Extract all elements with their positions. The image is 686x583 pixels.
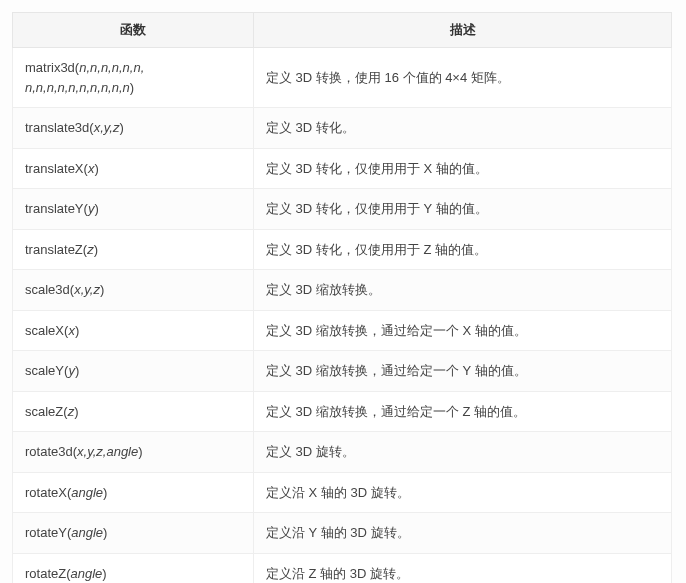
function-cell: translateZ(z) [13,229,254,270]
function-params: x,y,z [74,282,100,297]
function-name: scaleX [25,323,64,338]
table-row: scaleZ(z)定义 3D 缩放转换，通过给定一个 Z 轴的值。 [13,391,672,432]
function-params: z [68,404,75,419]
table-row: scale3d(x,y,z)定义 3D 缩放转换。 [13,270,672,311]
function-cell: scale3d(x,y,z) [13,270,254,311]
description-cell: 定义沿 Y 轴的 3D 旋转。 [254,513,672,554]
description-cell: 定义 3D 转换，使用 16 个值的 4×4 矩阵。 [254,48,672,108]
function-cell: rotateY(angle) [13,513,254,554]
function-params: angle [71,485,103,500]
table-row: rotateY(angle)定义沿 Y 轴的 3D 旋转。 [13,513,672,554]
table-row: translateX(x)定义 3D 转化，仅使用用于 X 轴的值。 [13,148,672,189]
function-cell: scaleZ(z) [13,391,254,432]
description-cell: 定义 3D 缩放转换。 [254,270,672,311]
function-cell: scaleX(x) [13,310,254,351]
table-row: translateY(y)定义 3D 转化，仅使用用于 Y 轴的值。 [13,189,672,230]
description-cell: 定义 3D 缩放转换，通过给定一个 Y 轴的值。 [254,351,672,392]
table-header-row: 函数 描述 [13,13,672,48]
function-params: x [68,323,75,338]
function-name: scaleY [25,363,64,378]
description-cell: 定义 3D 旋转。 [254,432,672,473]
header-function: 函数 [13,13,254,48]
function-params: y [68,363,75,378]
table-row: scaleX(x)定义 3D 缩放转换，通过给定一个 X 轴的值。 [13,310,672,351]
function-name: rotateZ [25,566,66,581]
table-row: rotateZ(angle)定义沿 Z 轴的 3D 旋转。 [13,553,672,583]
function-params: z [87,242,94,257]
function-params: x,y,z [94,120,120,135]
function-name: rotate3d [25,444,73,459]
function-cell: translate3d(x,y,z) [13,108,254,149]
function-cell: matrix3d(n,n,n,n,n,n, n,n,n,n,n,n,n,n,n,… [13,48,254,108]
function-name: translateX [25,161,84,176]
function-cell: rotate3d(x,y,z,angle) [13,432,254,473]
function-cell: translateY(y) [13,189,254,230]
function-params: y [88,201,95,216]
description-cell: 定义 3D 缩放转换，通过给定一个 X 轴的值。 [254,310,672,351]
css3-3d-transform-table: 函数 描述 matrix3d(n,n,n,n,n,n, n,n,n,n,n,n,… [12,12,672,583]
function-cell: translateX(x) [13,148,254,189]
function-name: scale3d [25,282,70,297]
function-name: translateZ [25,242,83,257]
table-row: rotateX(angle)定义沿 X 轴的 3D 旋转。 [13,472,672,513]
function-name: matrix3d [25,60,75,75]
function-params: angle [71,525,103,540]
description-cell: 定义 3D 转化，仅使用用于 Y 轴的值。 [254,189,672,230]
function-params: x [88,161,95,176]
function-name: translate3d [25,120,89,135]
function-name: scaleZ [25,404,63,419]
function-name: rotateY [25,525,67,540]
description-cell: 定义 3D 转化，仅使用用于 Z 轴的值。 [254,229,672,270]
table-row: translate3d(x,y,z)定义 3D 转化。 [13,108,672,149]
function-name: rotateX [25,485,67,500]
function-cell: rotateZ(angle) [13,553,254,583]
table-row: rotate3d(x,y,z,angle)定义 3D 旋转。 [13,432,672,473]
description-cell: 定义 3D 转化。 [254,108,672,149]
header-description: 描述 [254,13,672,48]
function-cell: scaleY(y) [13,351,254,392]
function-params: angle [71,566,103,581]
table-row: translateZ(z)定义 3D 转化，仅使用用于 Z 轴的值。 [13,229,672,270]
description-cell: 定义沿 Z 轴的 3D 旋转。 [254,553,672,583]
table-row: scaleY(y)定义 3D 缩放转换，通过给定一个 Y 轴的值。 [13,351,672,392]
function-cell: rotateX(angle) [13,472,254,513]
description-cell: 定义 3D 转化，仅使用用于 X 轴的值。 [254,148,672,189]
table-row: matrix3d(n,n,n,n,n,n, n,n,n,n,n,n,n,n,n,… [13,48,672,108]
description-cell: 定义沿 X 轴的 3D 旋转。 [254,472,672,513]
function-name: translateY [25,201,84,216]
description-cell: 定义 3D 缩放转换，通过给定一个 Z 轴的值。 [254,391,672,432]
function-params: x,y,z,angle [77,444,138,459]
